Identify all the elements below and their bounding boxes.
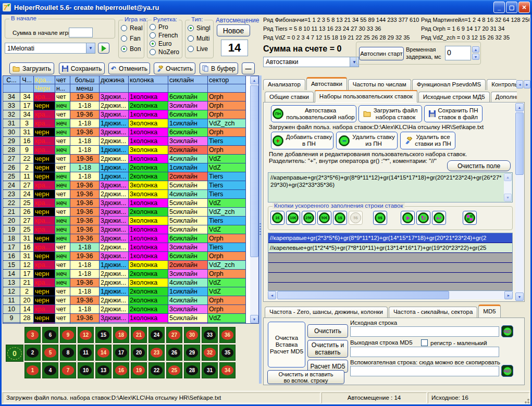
freq-tab-MD5[interactable]: MD5 [478, 304, 500, 318]
list-item-empty[interactable] [268, 273, 512, 283]
clear-button[interactable]: Очистить [154, 62, 195, 74]
run-preset-button[interactable] [98, 43, 109, 54]
board-cell-31[interactable]: 31 [202, 362, 218, 378]
table-row[interactable]: 3234кра...чет19-363дюжи...1колонка6сикла… [3, 110, 258, 119]
md5-source-input[interactable] [350, 326, 499, 337]
table-row[interactable]: 289кра...неч1-181дюжи...3колонка2сиклайн… [3, 146, 258, 155]
chip-1$[interactable]: 1$ [333, 211, 347, 225]
chip-50€[interactable]: 50€ [317, 211, 331, 225]
chip-1€[interactable]: 1€ [270, 211, 284, 225]
radio-French[interactable]: French [150, 31, 182, 40]
autostavki-combo[interactable]: Автоставки ▼ [263, 57, 359, 67]
board-cell-27[interactable]: 27 [166, 327, 182, 343]
table-row[interactable]: 1417черннеч1-182дюжи...2колонка3сиклайнO… [3, 270, 258, 278]
table-row[interactable]: 3434кра...чет19-363дюжи...1колонка6сикла… [3, 93, 258, 102]
list-item[interactable]: //кареправые+gr(2*3*5*6)+gr(8*9*11*12)+g… [268, 233, 512, 243]
board-cell-36[interactable]: 36 [219, 327, 236, 343]
table-row[interactable]: 1014кра...чет1-182дюжи...2колонка3сиклай… [3, 305, 258, 314]
chip-10€[interactable]: 10€ [286, 211, 300, 225]
board-cell-33[interactable]: 33 [202, 327, 218, 343]
spin-down-icon[interactable]: ▼ [472, 54, 479, 60]
save-pn-file-button[interactable]: Сохранить ПН ставок в файл [424, 105, 482, 122]
table-row[interactable]: 3031черннеч19-363дюжи...1колонка6сиклайн… [3, 128, 258, 137]
tab-scroll-left-icon[interactable]: ◄ [516, 80, 523, 88]
tab-scroll-right-icon[interactable]: ► [524, 80, 530, 88]
table-row[interactable]: 262чернчет1-181дюжи...2колонка1сиклайнVd… [3, 163, 258, 172]
md5-calc-icon-button[interactable]: МД5 [501, 325, 513, 337]
tab-Контроль банкро[interactable]: Контроль банкро [487, 79, 516, 90]
to-buffer-button[interactable]: В буфер [200, 62, 238, 74]
radio-Multi[interactable]: Multi [188, 33, 213, 44]
md5-clear-paste-aux-button[interactable]: Очистить и вставить во вспом. строку [267, 370, 344, 384]
board-cell-11[interactable]: 11 [78, 345, 94, 361]
autospin-start-button[interactable]: Автоспин старт [359, 47, 404, 60]
board-cell-14[interactable]: 14 [95, 345, 112, 361]
board-cell-30[interactable]: 30 [184, 327, 200, 343]
table-row[interactable]: 1631черннеч19-363дюжи...1колонка6сиклайн… [3, 252, 258, 261]
board-cell-19[interactable]: 19 [131, 362, 147, 378]
table-row[interactable]: 313кра...неч1-181дюжи...3колонка1сиклайн… [3, 119, 258, 128]
start-sum-input[interactable] [69, 28, 93, 37]
tab-Частоты по числам[interactable]: Частоты по числам [348, 79, 411, 90]
board-cell-25[interactable]: 25 [166, 362, 182, 378]
board-cell-16[interactable]: 16 [113, 362, 129, 378]
board-cell-22[interactable]: 22 [149, 362, 165, 378]
radio-Bon[interactable]: Bon [121, 44, 144, 54]
delete-all-bets-button[interactable]: Удалить все ставки из ПН [400, 132, 455, 149]
table-row[interactable]: 2511черннеч1-181дюжи...2колонка2сиклайнT… [3, 172, 258, 181]
md5-clear-paste-calc-button[interactable]: Очистка Вставка Расчет MD5 [268, 322, 305, 367]
board-cell-35[interactable]: 35 [219, 345, 236, 361]
new-button[interactable]: Новое [217, 24, 250, 36]
md5-aux-icon-button[interactable]: МД5 [501, 365, 513, 377]
table-row[interactable]: 1321кра...неч19-362дюжи...3колонка4сикла… [3, 278, 258, 287]
board-cell-21[interactable]: 21 [131, 327, 147, 343]
list-item-empty[interactable] [268, 283, 512, 291]
chip-repeat-button[interactable]: ↻ [416, 211, 430, 225]
board-cell-2[interactable]: 2 [24, 345, 41, 361]
collapse-button[interactable]: — [242, 62, 255, 74]
table-row[interactable]: 2722чернчет19-362дюжи...1колонка4сиклайн… [3, 155, 258, 163]
delay-input[interactable]: 0 [445, 46, 471, 60]
table-vertical-scrollbar[interactable]: ▲ ▼ [250, 76, 258, 323]
chevron-down-icon[interactable]: ▼ [86, 43, 95, 53]
board-cell-7[interactable]: 7 [60, 362, 76, 378]
board-cell-20[interactable]: 20 [131, 345, 147, 361]
table-row[interactable]: 2916кра...чет1-182дюжи...1колонка3сиклай… [3, 137, 258, 146]
scrollbar-thumb[interactable] [515, 112, 524, 175]
md5-aux-input[interactable] [350, 366, 499, 376]
board-cell-9[interactable]: 9 [60, 327, 76, 343]
subtab-Дополнитель[interactable]: Дополнитель [491, 92, 517, 103]
load-bets-file-button[interactable]: Загрузить файл набора ставок [358, 105, 422, 122]
table-row[interactable]: 1512кра...чет1-181дюжи...3колонка2сиклай… [3, 261, 258, 270]
resize-grip[interactable] [523, 397, 530, 404]
board-cell-18[interactable]: 18 [113, 327, 129, 343]
board-cell-5[interactable]: 5 [42, 345, 58, 361]
subtab-Исходные строки МД5[interactable]: Исходные строки МД5 [418, 92, 490, 103]
chip-board-button[interactable] [463, 211, 477, 225]
bets-edit-area[interactable]: //кареправые+gr(2*3*5*6)+gr(8*9*11*12)+g… [268, 172, 513, 202]
scroll-up-icon[interactable]: ▲ [515, 103, 524, 111]
list-item-empty[interactable] [268, 253, 512, 263]
panel-vertical-scrollbar[interactable]: ▲ ▼ [515, 103, 524, 301]
table-row[interactable]: 1716кра...чет1-182дюжи...1колонка3сиклай… [3, 243, 258, 252]
table-row[interactable]: 122чернчет1-181дюжи...2колонка1сиклайнVd… [3, 287, 258, 296]
scroll-right-icon[interactable]: ► [504, 291, 513, 299]
table-row[interactable]: 2225кра...неч19-363дюжи...1колонка5сикла… [3, 199, 258, 208]
board-cell-4[interactable]: 4 [42, 362, 58, 378]
clear-field-button[interactable]: Очистить поле [447, 160, 511, 171]
bets-horizontal-scrollbar[interactable]: ◄ ► [268, 291, 513, 299]
auto-bet-pn-button[interactable]: ПН Автоставка пользовательский набор [271, 105, 356, 122]
table-row[interactable]: 1925кра...неч19-363дюжи...1колонка5сикла… [3, 225, 258, 234]
md5-output-input[interactable] [350, 347, 499, 357]
scroll-up-icon[interactable]: ▲ [250, 76, 258, 84]
close-button[interactable]: ✕ [518, 2, 530, 13]
radio-Euro[interactable]: Euro [150, 40, 182, 48]
board-cell-zero[interactable]: 0 [6, 345, 23, 362]
board-cell-24[interactable]: 24 [149, 327, 165, 343]
board-cell-15[interactable]: 15 [95, 327, 112, 343]
radio-Singl[interactable]: Singl [188, 23, 213, 33]
scroll-down-icon[interactable]: ▼ [250, 315, 258, 323]
radio-Real[interactable]: Real [121, 23, 144, 33]
scrollbar-thumb[interactable] [277, 291, 449, 299]
scrollbar-thumb[interactable] [250, 85, 258, 257]
